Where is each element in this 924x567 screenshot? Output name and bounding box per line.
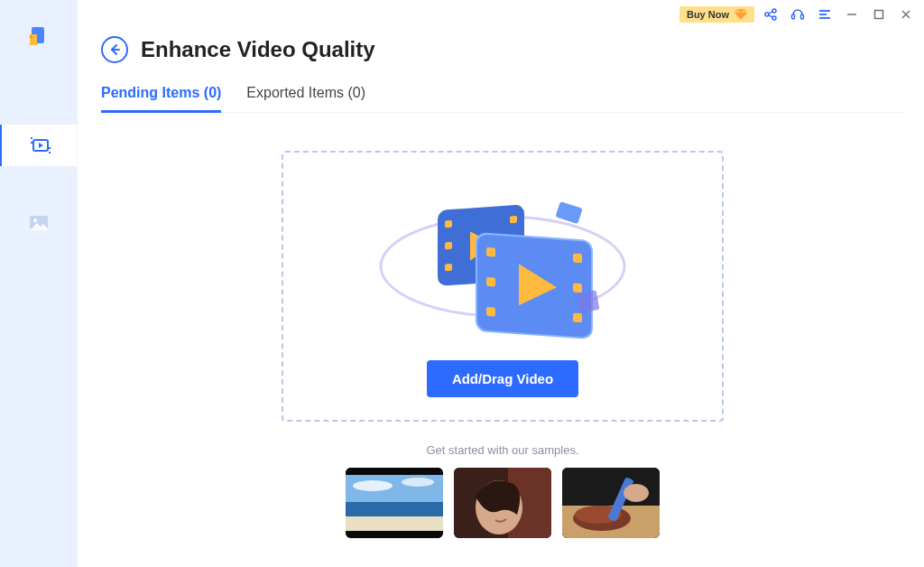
sample-portrait[interactable] <box>454 468 551 538</box>
svg-point-52 <box>491 507 496 511</box>
samples-label: Get started with our samples. <box>101 443 904 457</box>
svg-rect-39 <box>573 312 582 322</box>
back-button[interactable] <box>101 36 128 63</box>
svg-rect-46 <box>346 516 443 531</box>
tabs: Pending Items (0) Exported Items (0) <box>101 85 904 113</box>
maximize-button[interactable] <box>868 4 890 25</box>
svg-rect-35 <box>486 276 495 286</box>
app-logo <box>28 25 50 47</box>
add-video-button-label: Add/Drag Video <box>452 371 553 386</box>
svg-point-48 <box>402 478 434 487</box>
svg-rect-4 <box>49 147 51 149</box>
close-button[interactable] <box>895 4 917 25</box>
dropzone[interactable]: Add/Drag Video <box>282 151 724 422</box>
svg-rect-34 <box>486 246 495 256</box>
svg-point-8 <box>765 13 769 16</box>
minimize-button[interactable] <box>841 4 863 25</box>
share-icon[interactable] <box>760 4 781 25</box>
svg-rect-28 <box>445 263 452 271</box>
svg-rect-3 <box>31 142 32 144</box>
sidebar-item-image[interactable] <box>0 202 78 244</box>
svg-rect-27 <box>445 241 452 249</box>
svg-rect-40 <box>555 201 582 224</box>
svg-line-12 <box>769 15 773 17</box>
svg-rect-19 <box>875 11 883 19</box>
svg-rect-37 <box>573 253 582 263</box>
tab-exported-label: Exported Items (0) <box>246 85 365 100</box>
tab-pending-label: Pending Items (0) <box>101 85 221 100</box>
support-icon[interactable] <box>787 4 808 25</box>
image-icon <box>30 216 48 230</box>
tab-pending[interactable]: Pending Items (0) <box>101 85 221 112</box>
svg-rect-5 <box>49 152 51 153</box>
dropzone-illustration <box>367 176 638 348</box>
main-panel: Buy Now Enhance Video Quality <box>78 0 924 567</box>
header-row: Enhance Video Quality <box>101 36 904 63</box>
svg-point-58 <box>624 484 649 502</box>
titlebar: Buy Now <box>78 0 924 23</box>
svg-rect-13 <box>792 14 795 19</box>
add-video-button[interactable]: Add/Drag Video <box>427 360 578 397</box>
arrow-left-icon <box>108 43 121 56</box>
samples-row <box>101 468 904 538</box>
sample-beach[interactable] <box>346 468 443 538</box>
svg-line-11 <box>769 12 773 14</box>
svg-point-9 <box>772 9 776 13</box>
sample-cooking[interactable] <box>562 468 660 538</box>
diamond-icon <box>735 9 747 20</box>
svg-rect-45 <box>346 502 443 516</box>
svg-point-7 <box>33 218 37 222</box>
tab-exported[interactable]: Exported Items (0) <box>246 85 365 112</box>
svg-rect-36 <box>486 306 495 316</box>
page-title: Enhance Video Quality <box>141 37 375 62</box>
sidebar <box>0 0 78 567</box>
buy-now-label: Buy Now <box>687 9 729 20</box>
svg-rect-26 <box>445 219 452 228</box>
buy-now-button[interactable]: Buy Now <box>679 6 754 23</box>
svg-rect-29 <box>510 215 517 223</box>
svg-point-10 <box>772 16 776 20</box>
video-icon <box>31 137 51 153</box>
svg-rect-38 <box>573 283 582 293</box>
content-area: Enhance Video Quality Pending Items (0) … <box>78 23 924 567</box>
menu-icon[interactable] <box>814 4 836 25</box>
sidebar-item-video[interactable] <box>0 125 77 166</box>
svg-rect-14 <box>801 14 804 19</box>
svg-point-47 <box>353 480 393 491</box>
svg-rect-2 <box>31 137 32 139</box>
svg-rect-41 <box>577 290 599 312</box>
